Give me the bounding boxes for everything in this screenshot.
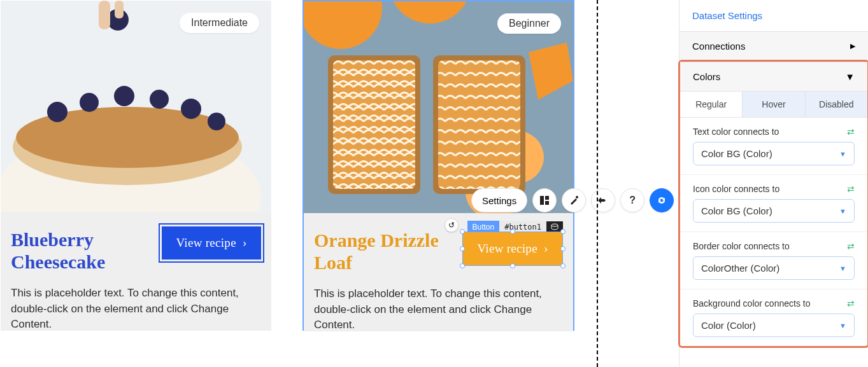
svg-point-5 [80, 93, 99, 112]
binding-icon[interactable]: ⇄ [847, 127, 855, 137]
card-title: Blueberry Cheesecake [11, 229, 138, 273]
svg-rect-27 [545, 196, 549, 200]
page-boundary [597, 0, 598, 367]
card-body: Blueberry Cheesecake View recipe › This … [1, 212, 271, 331]
section-label: Colors [693, 71, 720, 82]
svg-rect-12 [115, 1, 124, 18]
dropdown-value: ColorOther (Color) [701, 263, 779, 274]
state-tabs: Regular Hover Disabled [680, 92, 867, 118]
tab-hover[interactable]: Hover [743, 92, 805, 117]
help-icon[interactable]: ? [620, 188, 644, 212]
button-label: View recipe [477, 242, 537, 256]
field-icon-color: Icon color connects to ⇄ Color BG (Color… [680, 175, 867, 232]
svg-point-29 [576, 196, 578, 198]
dataset-settings-link[interactable]: Dataset Settings [679, 0, 868, 31]
field-label: Border color connects to [693, 241, 790, 251]
binding-icon[interactable]: ⇄ [847, 184, 855, 194]
recipe-card[interactable]: Intermediate Blueberry Cheesecake View r… [0, 0, 272, 331]
field-label: Icon color connects to [693, 184, 779, 194]
dropdown-value: Color (Color) [701, 320, 756, 331]
chevron-down-icon: ▼ [839, 207, 846, 215]
svg-rect-26 [540, 196, 544, 205]
section-colors[interactable]: Colors ▼ [680, 62, 867, 92]
chevron-down-icon: ▼ [839, 322, 846, 329]
colors-highlight-box: Colors ▼ Regular Hover Disabled Text col… [678, 60, 868, 348]
field-label: Text color connects to [693, 127, 779, 137]
svg-point-4 [47, 102, 68, 122]
field-border-color: Border color connects to ⇄ ColorOther (C… [680, 232, 867, 289]
layout-icon[interactable] [532, 188, 557, 212]
chevron-down-icon: ▼ [839, 265, 846, 272]
svg-point-6 [114, 86, 134, 106]
data-sync-icon[interactable] [650, 188, 674, 212]
recipe-card[interactable]: Beginner Orange Drizzle Loaf ↺ Button #b… [302, 0, 574, 331]
button-label: View recipe [176, 236, 236, 250]
dropdown-value: Color BG (Color) [701, 148, 772, 159]
properties-panel: Dataset Settings Connections ▶ Colors ▼ … [679, 0, 868, 367]
svg-rect-11 [99, 1, 110, 29]
svg-point-8 [181, 99, 201, 119]
settings-button[interactable]: Settings [471, 188, 527, 212]
svg-rect-24 [438, 60, 520, 189]
card-body: Orange Drizzle Loaf ↺ Button #button1 Vi… [304, 213, 573, 331]
card-title: Orange Drizzle Loaf [314, 230, 441, 274]
tab-regular[interactable]: Regular [680, 92, 743, 117]
view-recipe-button[interactable]: View recipe › [463, 232, 562, 265]
svg-point-9 [208, 113, 225, 130]
animation-icon[interactable] [591, 188, 615, 212]
svg-point-25 [551, 224, 558, 226]
card-description: This is placeholder text. To change this… [314, 286, 563, 333]
svg-rect-28 [545, 201, 549, 205]
selection-outline: View recipe › [462, 232, 563, 266]
chevron-right-icon: › [544, 242, 548, 256]
design-icon[interactable] [562, 188, 586, 212]
dropdown-icon-color[interactable]: Color BG (Color) ▼ [693, 199, 855, 223]
field-text-color: Text color connects to ⇄ Color BG (Color… [680, 118, 867, 175]
dropdown-text-color[interactable]: Color BG (Color) ▼ [693, 142, 855, 165]
chevron-down-icon: ▼ [845, 71, 855, 82]
chevron-right-icon: ▶ [850, 42, 855, 50]
field-background-color: Background color connects to ⇄ Color (Co… [680, 289, 867, 337]
editor-canvas[interactable]: Intermediate Blueberry Cheesecake View r… [0, 0, 679, 367]
dropdown-value: Color BG (Color) [701, 205, 772, 216]
element-toolbar: Settings ? [471, 188, 674, 212]
svg-point-7 [150, 90, 169, 109]
level-badge: Intermediate [180, 13, 259, 33]
section-label: Connections [692, 41, 745, 52]
revert-button[interactable]: ↺ [445, 218, 459, 232]
dropdown-background-color[interactable]: Color (Color) ▼ [693, 314, 855, 337]
view-recipe-button[interactable]: View recipe › [162, 226, 261, 260]
tab-disabled[interactable]: Disabled [806, 92, 867, 117]
level-badge: Beginner [497, 13, 561, 34]
dropdown-border-color[interactable]: ColorOther (Color) ▼ [693, 256, 855, 280]
chevron-right-icon: › [243, 236, 247, 250]
binding-icon[interactable]: ⇄ [847, 298, 855, 308]
svg-rect-23 [333, 60, 415, 189]
field-label: Background color connects to [693, 298, 810, 308]
card-description: This is placeholder text. To change this… [11, 286, 261, 333]
chevron-down-icon: ▼ [839, 150, 846, 158]
binding-icon[interactable]: ⇄ [847, 241, 855, 251]
section-connections[interactable]: Connections ▶ [679, 31, 868, 61]
